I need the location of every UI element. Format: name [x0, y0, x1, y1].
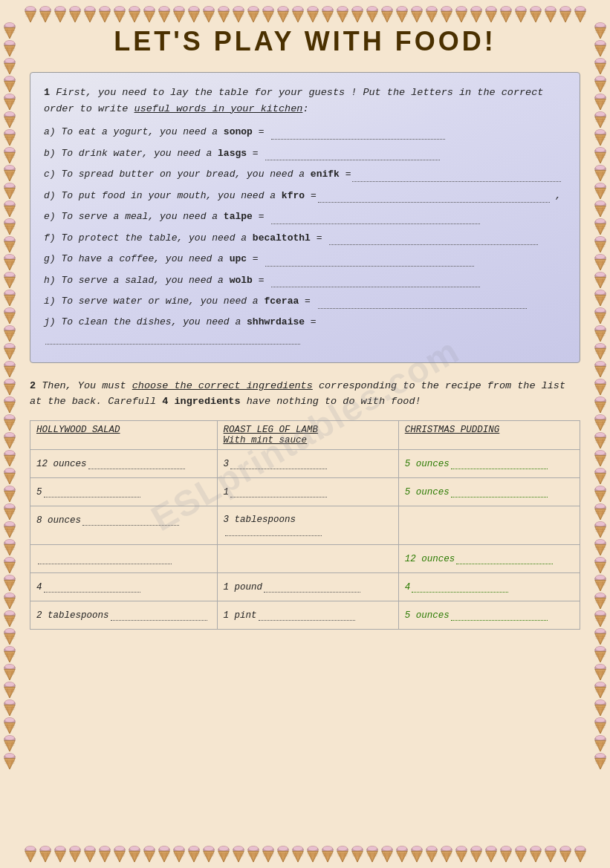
- svg-point-469: [455, 846, 467, 853]
- svg-line-1095: [597, 706, 600, 716]
- svg-line-914: [600, 243, 603, 252]
- svg-point-939: [596, 307, 606, 312]
- svg-marker-415: [337, 851, 348, 862]
- svg-line-157: [354, 13, 357, 22]
- svg-marker-16: [54, 11, 65, 22]
- svg-line-116: [268, 13, 271, 22]
- svg-point-281: [55, 846, 65, 850]
- table-header-col2: ROAST LEG OF LAMBWith mint sauce: [217, 420, 398, 449]
- svg-point-183: [412, 6, 421, 10]
- item-c3r1: 5 ounces: [405, 458, 574, 469]
- svg-marker-716: [4, 491, 16, 502]
- svg-marker-345: [188, 851, 199, 862]
- svg-point-406: [322, 846, 333, 853]
- svg-line-640: [7, 296, 10, 306]
- svg-marker-912: [595, 241, 606, 252]
- svg-line-599: [10, 189, 13, 199]
- svg-point-266: [25, 846, 36, 853]
- svg-marker-93: [218, 11, 229, 22]
- svg-point-666: [5, 361, 15, 365]
- svg-line-955: [597, 350, 600, 359]
- svg-line-17: [57, 13, 60, 22]
- svg-point-1114: [596, 753, 606, 757]
- svg-marker-1045: [595, 580, 606, 591]
- svg-point-995: [596, 450, 606, 454]
- svg-line-683: [10, 403, 13, 413]
- svg-point-323: [144, 846, 154, 850]
- svg-point-1009: [596, 486, 606, 490]
- svg-line-921: [600, 261, 603, 270]
- svg-line-956: [600, 350, 603, 359]
- svg-line-472: [458, 852, 461, 862]
- svg-point-498: [516, 846, 525, 850]
- svg-point-1058: [596, 610, 606, 615]
- svg-point-1099: [595, 718, 606, 725]
- svg-line-368: [239, 852, 241, 862]
- svg-marker-359: [218, 851, 229, 862]
- svg-line-570: [7, 118, 10, 128]
- svg-line-4: [30, 13, 33, 22]
- svg-point-71: [174, 6, 184, 10]
- svg-point-931: [595, 290, 606, 297]
- svg-line-521: [562, 852, 565, 862]
- table-cell-c3r2: 5 ounces: [398, 477, 580, 506]
- svg-line-430: [369, 852, 372, 862]
- svg-marker-198: [441, 11, 452, 22]
- svg-marker-443: [396, 851, 407, 862]
- svg-marker-618: [4, 241, 16, 252]
- exercise-b: b) To drink water, you need a lasgs =: [44, 146, 566, 161]
- svg-line-592: [10, 172, 13, 181]
- svg-marker-37: [99, 11, 110, 22]
- svg-marker-702: [4, 455, 16, 466]
- svg-point-589: [5, 165, 15, 169]
- svg-line-136: [310, 13, 313, 22]
- svg-point-701: [5, 450, 15, 454]
- svg-point-512: [545, 846, 555, 850]
- svg-line-893: [600, 189, 603, 199]
- svg-point-756: [4, 593, 16, 600]
- svg-point-784: [4, 665, 16, 671]
- svg-line-550: [10, 65, 13, 74]
- svg-point-749: [4, 575, 16, 582]
- svg-line-1039: [597, 564, 600, 573]
- svg-point-400: [308, 846, 317, 850]
- exercise-c: c) To spread butter on your bread, you n…: [44, 166, 566, 182]
- svg-line-823: [10, 760, 13, 769]
- svg-line-732: [10, 528, 13, 538]
- svg-line-585: [10, 154, 13, 163]
- svg-point-715: [5, 486, 15, 490]
- svg-marker-450: [411, 851, 422, 862]
- svg-line-256: [565, 13, 568, 22]
- svg-point-1008: [595, 486, 606, 493]
- svg-point-491: [501, 846, 510, 850]
- svg-point-757: [5, 593, 15, 597]
- svg-point-379: [263, 846, 273, 850]
- svg-line-213: [473, 13, 476, 22]
- svg-marker-884: [595, 170, 606, 181]
- svg-point-133: [307, 7, 318, 13]
- svg-line-577: [7, 136, 10, 146]
- svg-marker-1003: [595, 473, 606, 484]
- svg-point-274: [40, 846, 50, 850]
- svg-line-25: [75, 13, 78, 22]
- svg-marker-219: [485, 11, 496, 22]
- svg-point-980: [595, 415, 606, 422]
- svg-point-148: [337, 6, 347, 10]
- svg-line-206: [458, 13, 461, 22]
- svg-line-410: [328, 852, 331, 862]
- svg-line-858: [600, 100, 603, 110]
- svg-point-196: [441, 7, 452, 13]
- svg-line-94: [221, 13, 224, 22]
- svg-point-847: [595, 76, 606, 83]
- svg-marker-191: [426, 11, 437, 22]
- svg-point-294: [84, 846, 95, 853]
- svg-line-676: [10, 385, 13, 395]
- table-header-col1: HOLLYWOOD SALAD: [30, 420, 218, 449]
- svg-marker-1080: [595, 669, 606, 680]
- svg-line-878: [597, 154, 600, 163]
- svg-point-1029: [595, 540, 606, 546]
- svg-line-578: [10, 136, 13, 146]
- svg-point-497: [515, 846, 526, 853]
- svg-line-1074: [597, 653, 600, 662]
- svg-point-728: [4, 522, 16, 529]
